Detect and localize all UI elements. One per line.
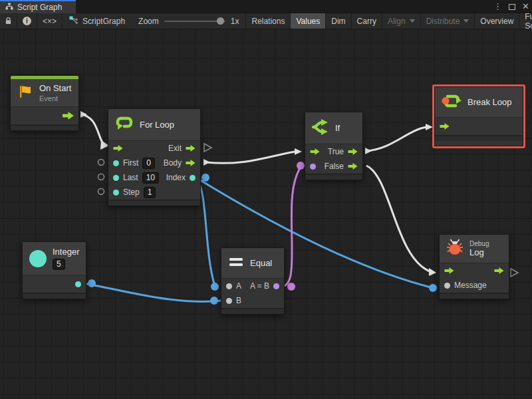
window-controls: ⋮ ✕ bbox=[493, 0, 529, 13]
window-menu-icon[interactable]: ⋮ bbox=[493, 0, 502, 13]
false-output-port[interactable] bbox=[348, 163, 358, 170]
tab-title: Script Graph bbox=[17, 3, 62, 12]
flow-output-port[interactable] bbox=[63, 112, 74, 120]
step-port-label: Step bbox=[123, 188, 140, 197]
node-title: On Start bbox=[39, 83, 71, 93]
caret-down-icon bbox=[464, 19, 469, 23]
full-screen-button[interactable]: Full Screen bbox=[519, 13, 532, 29]
graph-name-label: ScriptGraph bbox=[63, 13, 132, 29]
flow-input-port[interactable] bbox=[113, 145, 123, 152]
exit-port-label: Exit bbox=[168, 144, 182, 153]
exit-output-port[interactable] bbox=[186, 145, 196, 152]
node-footer bbox=[108, 200, 200, 205]
zoom-value: 1x bbox=[231, 17, 239, 26]
node-footer bbox=[435, 135, 523, 141]
zoom-label: Zoom bbox=[138, 17, 159, 26]
node-if[interactable]: If True False bbox=[305, 112, 363, 180]
node-for-loop[interactable]: For Loop Exit First 0 Body La bbox=[108, 108, 201, 206]
script-graph-icon bbox=[69, 16, 78, 27]
last-input-port[interactable] bbox=[113, 175, 119, 181]
message-input-port[interactable] bbox=[444, 283, 450, 289]
carry-button[interactable]: Carry bbox=[352, 13, 382, 29]
align-button[interactable]: Align bbox=[382, 13, 421, 29]
wire-false-to-debuglog bbox=[366, 166, 430, 271]
code-icon: <×> bbox=[43, 17, 57, 26]
values-button[interactable]: Values bbox=[291, 13, 326, 29]
node-footer bbox=[305, 174, 362, 180]
wire-true-to-breakloop bbox=[366, 127, 426, 151]
node-title: Break Loop bbox=[467, 97, 512, 107]
node-footer bbox=[440, 293, 509, 299]
integer-value-input[interactable]: 5 bbox=[53, 259, 65, 270]
info-button[interactable]: i bbox=[17, 13, 37, 29]
window-maximize-icon[interactable] bbox=[509, 4, 515, 10]
selection-outline: Break Loop bbox=[432, 84, 525, 148]
overview-button[interactable]: Overview bbox=[475, 13, 519, 29]
node-equal[interactable]: Equal A A = B B bbox=[221, 247, 285, 315]
node-break-loop[interactable]: Break Loop bbox=[434, 86, 523, 146]
node-debug-log[interactable]: Debug Log Message bbox=[439, 234, 509, 299]
info-icon: i bbox=[23, 17, 31, 25]
a-input-port[interactable] bbox=[226, 283, 232, 289]
wire-onstart-to-forloop bbox=[81, 114, 103, 144]
graph-hierarchy-icon bbox=[5, 3, 13, 12]
integer-output-port[interactable] bbox=[75, 281, 81, 287]
flow-input-port[interactable] bbox=[444, 267, 454, 274]
true-port-label: True bbox=[328, 147, 344, 156]
integer-type-icon bbox=[29, 250, 47, 267]
first-value-input[interactable]: 0 bbox=[142, 158, 155, 169]
step-input-port[interactable] bbox=[113, 190, 119, 196]
graph-toolbar: i <×> ScriptGraph Zoom 1x Relations Valu… bbox=[0, 13, 532, 29]
false-port-label: False bbox=[325, 162, 344, 171]
wire-integer-to-equal-b bbox=[78, 283, 228, 302]
caret-down-icon bbox=[410, 19, 415, 23]
distribute-button[interactable]: Distribute bbox=[421, 13, 475, 29]
node-title: Equal bbox=[250, 258, 272, 268]
node-subtitle: Event bbox=[39, 94, 71, 102]
flow-output-port[interactable] bbox=[494, 267, 504, 274]
zoom-slider-handle[interactable] bbox=[217, 17, 224, 25]
index-port-label: Index bbox=[166, 173, 186, 182]
condition-input-port[interactable] bbox=[310, 164, 316, 170]
flow-input-port[interactable] bbox=[310, 148, 320, 155]
true-output-port[interactable] bbox=[348, 148, 358, 155]
branch-icon bbox=[312, 118, 329, 138]
b-input-port[interactable] bbox=[226, 298, 232, 304]
bug-icon bbox=[446, 238, 464, 259]
first-input-port[interactable] bbox=[113, 160, 119, 166]
body-output-port[interactable] bbox=[186, 160, 196, 166]
node-on-start[interactable]: On Start Event bbox=[10, 75, 79, 131]
result-output-port[interactable] bbox=[273, 283, 279, 289]
a-port-label: A bbox=[236, 281, 241, 291]
tab-script-graph[interactable]: Script Graph bbox=[0, 0, 76, 13]
equals-icon bbox=[228, 257, 244, 270]
flag-icon bbox=[17, 84, 33, 102]
node-kicker: Debug bbox=[469, 240, 489, 247]
node-integer[interactable]: Integer 5 bbox=[22, 241, 86, 299]
graph-canvas[interactable]: On Start Event For Loop bbox=[0, 29, 532, 399]
message-port-label: Message bbox=[454, 281, 487, 290]
lock-icon bbox=[5, 17, 11, 25]
first-port-label: First bbox=[123, 158, 138, 168]
last-port-label: Last bbox=[123, 173, 138, 182]
loop-icon bbox=[115, 114, 134, 136]
code-view-button[interactable]: <×> bbox=[37, 13, 63, 29]
b-port-label: B bbox=[236, 296, 241, 305]
step-value-input[interactable]: 1 bbox=[144, 187, 156, 198]
index-output-port[interactable] bbox=[190, 175, 196, 181]
node-title: If bbox=[335, 123, 340, 133]
flow-input-port[interactable] bbox=[440, 123, 450, 130]
node-title: Log bbox=[469, 247, 489, 257]
relations-button[interactable]: Relations bbox=[245, 13, 291, 29]
script-graph-window: Script Graph ⋮ ✕ i <×> ScriptGraph Zoom … bbox=[0, 0, 532, 399]
result-port-label: A = B bbox=[250, 281, 269, 291]
break-loop-icon bbox=[442, 92, 462, 113]
dim-button[interactable]: Dim bbox=[326, 13, 351, 29]
node-title: Integer bbox=[53, 247, 79, 257]
zoom-slider[interactable] bbox=[164, 21, 225, 22]
last-value-input[interactable]: 10 bbox=[142, 172, 159, 184]
node-footer bbox=[11, 124, 78, 130]
lock-button[interactable] bbox=[0, 13, 17, 29]
zoom-control: Zoom 1x bbox=[132, 13, 245, 29]
wire-body-to-if bbox=[205, 152, 295, 163]
